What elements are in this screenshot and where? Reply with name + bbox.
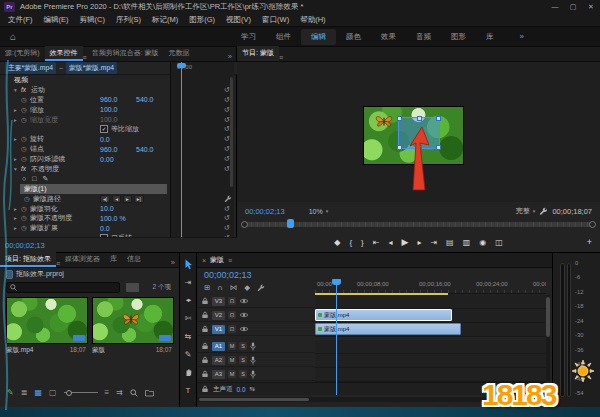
panel-menu-icon[interactable]: ≡ — [279, 54, 283, 61]
razor-tool[interactable]: ✄ — [182, 312, 195, 324]
track-name-v2[interactable]: V2 — [212, 311, 225, 320]
mask-handle[interactable] — [436, 145, 441, 150]
menu-edit[interactable]: 编辑(E) — [44, 15, 69, 25]
sequence-name[interactable]: 蒙版 — [92, 346, 105, 355]
icon-view-icon[interactable]: ▦ — [34, 388, 42, 397]
rect-mask-icon[interactable]: □ — [32, 175, 36, 182]
automate-to-sequence-icon[interactable]: ⇉ — [116, 388, 123, 397]
project-file-name[interactable]: 抠除效果.prproj — [16, 269, 64, 279]
freeform-view-icon[interactable]: ▢ — [49, 388, 57, 397]
antiflicker-value[interactable]: 0.00 — [100, 156, 114, 163]
pen-mask-icon[interactable]: ✎ — [42, 175, 48, 183]
reset-icon[interactable]: ↺ — [224, 145, 230, 153]
sync-lock-icon[interactable]: ⊡ — [228, 325, 236, 333]
comparison-view-icon[interactable]: ◫ — [495, 238, 503, 247]
master-track-label[interactable]: 主声道 — [213, 385, 233, 394]
mask-group-label[interactable]: 蒙版(1) — [20, 184, 167, 194]
lane-playhead-handle[interactable] — [177, 63, 186, 68]
find-icon[interactable] — [130, 389, 138, 397]
tab-media-browser[interactable]: 媒体浏览器 — [60, 252, 105, 267]
stopwatch-icon[interactable]: ◷ — [21, 205, 30, 213]
pen-tool[interactable]: ✎ — [182, 348, 195, 360]
timeline-settings-wrench-icon[interactable] — [257, 284, 265, 292]
hand-tool[interactable] — [182, 366, 195, 378]
menu-clip[interactable]: 剪辑(C) — [80, 15, 105, 25]
stopwatch-icon[interactable]: ◷ — [21, 214, 30, 222]
project-overflow-icon[interactable]: » — [171, 258, 179, 267]
reset-icon[interactable]: ↺ — [224, 96, 230, 104]
lock-icon[interactable] — [201, 297, 209, 305]
tab-libraries[interactable]: 库 — [105, 252, 122, 267]
position-x-value[interactable]: 960.0 — [100, 96, 118, 103]
track-mask-forward-icon[interactable]: ▸ — [123, 195, 132, 203]
solo-button[interactable]: S — [239, 342, 247, 350]
workspace-tab-color[interactable]: 颜色 — [336, 29, 371, 45]
minimize-icon[interactable]: — — [546, 0, 564, 14]
ripple-edit-tool[interactable]: ◂▸ — [182, 294, 195, 306]
sort-icon[interactable]: ≡ — [105, 388, 110, 397]
scale-value[interactable]: 100.0 — [100, 106, 118, 113]
reset-icon[interactable]: ↺ — [224, 125, 230, 133]
mask-feather-value[interactable]: 10.0 — [100, 205, 114, 212]
step-back-icon[interactable]: ◂ — [388, 238, 392, 247]
lock-icon[interactable] — [201, 325, 209, 333]
workspace-tab-effects[interactable]: 效果 — [371, 29, 406, 45]
reset-icon[interactable]: ↺ — [224, 106, 230, 114]
stopwatch-icon[interactable]: ◷ — [24, 195, 33, 203]
track-name-v3[interactable]: V3 — [212, 297, 225, 306]
search-box[interactable] — [6, 282, 120, 293]
timeline-timecode[interactable]: 00;00;02;13 — [204, 270, 252, 280]
mask-handle[interactable] — [436, 116, 441, 121]
timeline-playhead[interactable] — [336, 279, 337, 395]
tab-source-monitor[interactable]: 源:(无剪辑) — [0, 46, 45, 61]
selection-tool[interactable] — [182, 258, 195, 270]
mic-icon[interactable] — [250, 356, 256, 365]
ellipse-mask-icon[interactable]: ○ — [22, 175, 26, 182]
menu-help[interactable]: 帮助(H) — [300, 15, 325, 25]
reset-icon[interactable]: ↺ — [224, 86, 230, 94]
track-name-a3[interactable]: A3 — [212, 370, 225, 379]
track-name-v1[interactable]: V1 — [212, 325, 225, 334]
extract-icon[interactable]: ▥ — [463, 238, 471, 247]
menu-file[interactable]: 文件(F) — [8, 15, 33, 25]
new-bin-folder-icon[interactable] — [145, 389, 154, 397]
mic-icon[interactable] — [250, 370, 256, 379]
master-volume-value[interactable]: 0.0 — [237, 386, 246, 393]
scrub-right-handle[interactable] — [589, 221, 596, 228]
project-item-clip[interactable]: 蒙版.mp4 18;07 — [6, 297, 86, 355]
mask-group-row[interactable]: 蒙版(1) — [0, 184, 237, 194]
tab-info[interactable]: 信息 — [122, 252, 146, 267]
anchor-x-value[interactable]: 960.0 — [100, 146, 118, 153]
reset-icon[interactable]: ↺ — [224, 224, 230, 232]
eye-icon[interactable] — [239, 312, 249, 318]
export-frame-icon[interactable]: ◉ — [479, 238, 486, 247]
lock-icon[interactable] — [201, 370, 209, 378]
tab-metadata[interactable]: 元数据 — [164, 46, 195, 61]
sync-lock-icon[interactable]: ⊡ — [228, 311, 236, 319]
button-editor-icon[interactable]: + — [587, 233, 592, 251]
mute-button[interactable]: M — [228, 356, 236, 364]
stopwatch-icon[interactable]: ◷ — [21, 106, 30, 114]
track-lane-a1[interactable] — [315, 340, 546, 354]
zoom-level-select[interactable]: 10% ▾ — [309, 208, 329, 215]
workspace-tab-audio[interactable]: 音频 — [406, 29, 441, 45]
anchor-y-value[interactable]: 540.0 — [136, 146, 154, 153]
eye-icon[interactable] — [239, 298, 249, 304]
track-name-a1[interactable]: A1 — [212, 342, 225, 351]
program-timecode[interactable]: 00;00;02;13 — [245, 207, 285, 216]
reset-icon[interactable]: ↺ — [224, 116, 230, 124]
keyframe-nav-icons[interactable]: ⇆ — [250, 385, 255, 393]
workspace-tab-learning[interactable]: 学习 — [231, 29, 266, 45]
stopwatch-icon[interactable]: ◷ — [21, 145, 30, 153]
type-tool[interactable]: T — [182, 384, 195, 396]
playback-resolution-select[interactable]: 完整 ▾ — [516, 206, 536, 216]
track-select-forward-tool[interactable]: ⇥ — [182, 276, 195, 288]
time-ruler[interactable]: 00;00 00;00;08;00 00;00;16;00 00;00;24;0… — [315, 279, 546, 294]
clip-thumbnail[interactable] — [6, 297, 88, 344]
nest-indicator-icon[interactable]: ⊞ — [204, 283, 210, 292]
lock-icon[interactable] — [201, 342, 209, 350]
tab-audio-clip-mixer[interactable]: 音频剪辑混合器: 蒙版 — [87, 46, 164, 61]
lock-icon[interactable] — [201, 311, 209, 319]
reset-icon[interactable]: ↺ — [224, 135, 230, 143]
slip-tool[interactable]: ⇆ — [182, 330, 195, 342]
